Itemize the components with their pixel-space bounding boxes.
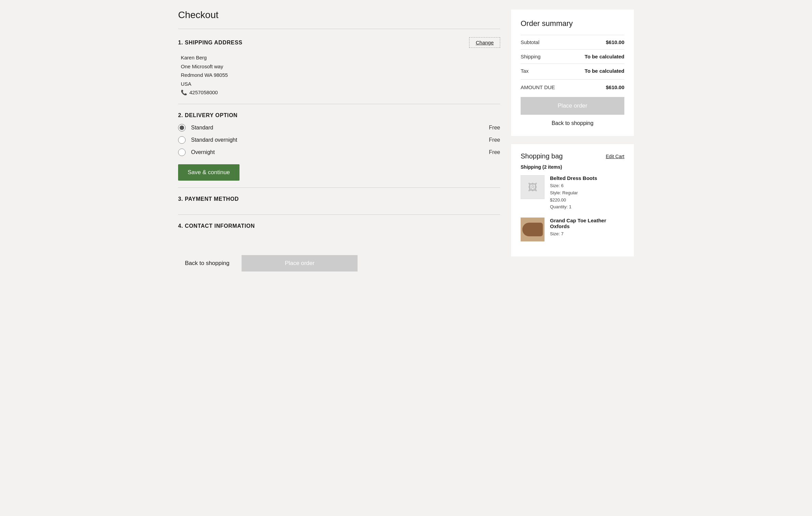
back-to-shopping-button-bottom[interactable]: Back to shopping <box>178 255 236 271</box>
delivery-option-standard[interactable]: Standard Free <box>178 124 500 131</box>
contact-information-title: 4. CONTACT INFORMATION <box>178 223 255 229</box>
delivery-price-standard: Free <box>489 125 500 131</box>
delivery-option-standard-overnight[interactable]: Standard overnight Free <box>178 136 500 144</box>
address-country: USA <box>181 80 500 88</box>
delivery-option-section: 2. DELIVERY OPTION Standard Free Standar… <box>178 104 500 187</box>
cart-item-1-image: 🖼 <box>521 175 545 199</box>
shopping-bag-card: Shopping bag Edit Cart Shipping (2 items… <box>511 144 634 256</box>
delivery-radio-overnight[interactable] <box>178 149 186 156</box>
main-column: Checkout 1. SHIPPING ADDRESS Change Kare… <box>178 10 500 282</box>
address-city: Redmond WA 98055 <box>181 71 500 80</box>
address-phone-line: 📞 4257058000 <box>181 88 500 97</box>
order-summary-title: Order summary <box>521 19 624 28</box>
shipping-address-title: 1. SHIPPING ADDRESS <box>178 40 243 46</box>
shipping-items-label: Shipping (2 items) <box>521 164 624 170</box>
cart-item-2-image <box>521 218 545 241</box>
cart-item-2-name: Grand Cap Toe Leather Oxfords <box>550 218 624 229</box>
cart-item-1-size: Size: 6 <box>550 182 624 190</box>
contact-information-header: 4. CONTACT INFORMATION <box>178 223 500 229</box>
cart-item-2-meta: Size: 7 <box>550 231 624 238</box>
phone-icon: 📞 <box>181 88 187 97</box>
amount-due-row: AMOUNT DUE $610.00 <box>521 79 624 90</box>
amount-due-value: $610.00 <box>606 84 624 90</box>
tax-value: To be calculated <box>585 68 624 74</box>
delivery-option-overnight[interactable]: Overnight Free <box>178 149 500 156</box>
contact-information-section: 4. CONTACT INFORMATION <box>178 214 500 241</box>
shipping-label: Shipping <box>521 54 540 59</box>
delivery-radio-standard-overnight[interactable] <box>178 136 186 144</box>
delivery-options-list: Standard Free Standard overnight Free Ov… <box>178 124 500 156</box>
cart-item-1: 🖼 Belted Dress Boots Size: 6 Style: Regu… <box>521 175 624 211</box>
summary-row-subtotal: Subtotal $610.00 <box>521 35 624 49</box>
place-order-button-bottom[interactable]: Place order <box>242 255 358 271</box>
delivery-option-header: 2. DELIVERY OPTION <box>178 112 500 118</box>
shipping-address-header: 1. SHIPPING ADDRESS Change <box>178 37 500 48</box>
tax-label: Tax <box>521 68 528 74</box>
cart-item-1-details: Belted Dress Boots Size: 6 Style: Regula… <box>550 175 624 211</box>
delivery-price-overnight: Free <box>489 149 500 155</box>
address-street: One Microsoft way <box>181 62 500 71</box>
cart-item-1-meta: Size: 6 Style: Regular $220.00 Quantity:… <box>550 182 624 211</box>
change-address-button[interactable]: Change <box>469 37 500 48</box>
back-to-shopping-button-sidebar[interactable]: Back to shopping <box>521 119 624 129</box>
cart-item-2-size: Size: 7 <box>550 231 624 238</box>
subtotal-value: $610.00 <box>606 39 624 45</box>
edit-cart-button[interactable]: Edit Cart <box>606 154 624 159</box>
address-block: Karen Berg One Microsoft way Redmond WA … <box>178 53 500 97</box>
payment-method-title: 3. PAYMENT METHOD <box>178 196 239 202</box>
cart-item-1-image-placeholder: 🖼 <box>528 182 537 193</box>
delivery-price-standard-overnight: Free <box>489 137 500 143</box>
bag-header: Shopping bag Edit Cart <box>521 152 624 160</box>
sidebar-column: Order summary Subtotal $610.00 Shipping … <box>511 10 634 256</box>
phone-number: 4257058000 <box>189 88 218 97</box>
shoe-shape <box>522 223 543 236</box>
summary-row-shipping: Shipping To be calculated <box>521 49 624 64</box>
address-name: Karen Berg <box>181 53 500 62</box>
page-title: Checkout <box>178 10 500 20</box>
delivery-radio-standard[interactable] <box>178 124 186 131</box>
cart-item-2: Grand Cap Toe Leather Oxfords Size: 7 <box>521 218 624 241</box>
payment-method-header: 3. PAYMENT METHOD <box>178 196 500 202</box>
subtotal-label: Subtotal <box>521 39 539 45</box>
summary-row-tax: Tax To be calculated <box>521 64 624 78</box>
cart-item-1-price: $220.00 <box>550 197 624 204</box>
bag-title: Shopping bag <box>521 152 563 160</box>
amount-due-label: AMOUNT DUE <box>521 84 555 90</box>
shipping-address-section: 1. SHIPPING ADDRESS Change Karen Berg On… <box>178 29 500 104</box>
cart-item-2-details: Grand Cap Toe Leather Oxfords Size: 7 <box>550 218 624 238</box>
payment-method-section: 3. PAYMENT METHOD <box>178 187 500 214</box>
delivery-option-title: 2. DELIVERY OPTION <box>178 112 237 118</box>
cart-item-1-style: Style: Regular <box>550 190 624 197</box>
cart-item-1-quantity: Quantity: 1 <box>550 204 624 211</box>
delivery-label-standard-overnight: Standard overnight <box>191 137 483 143</box>
shipping-value: To be calculated <box>585 54 624 59</box>
save-continue-button[interactable]: Save & continue <box>178 164 240 181</box>
bottom-actions: Back to shopping Place order <box>178 255 500 282</box>
delivery-label-overnight: Overnight <box>191 149 483 155</box>
order-summary-card: Order summary Subtotal $610.00 Shipping … <box>511 10 634 136</box>
place-order-button-sidebar[interactable]: Place order <box>521 97 624 115</box>
cart-item-1-name: Belted Dress Boots <box>550 175 624 181</box>
delivery-label-standard: Standard <box>191 125 483 131</box>
